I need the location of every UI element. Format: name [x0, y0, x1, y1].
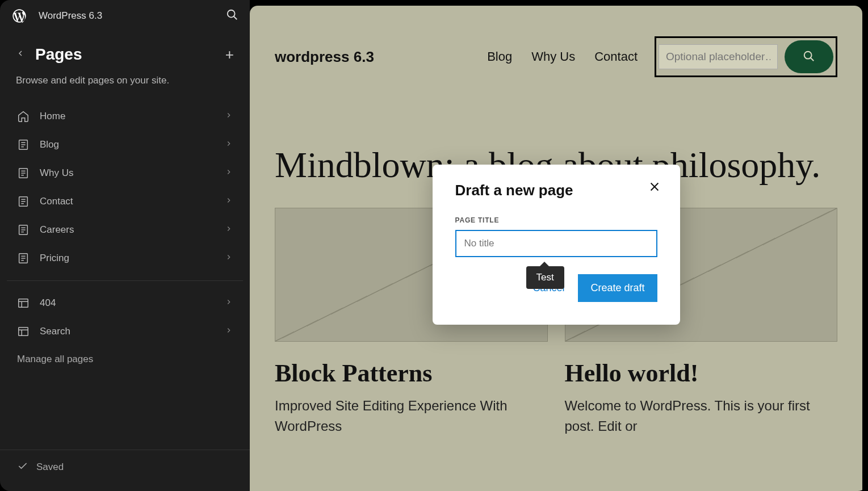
sidebar-item-label: Search [40, 326, 225, 337]
sidebar-item-search[interactable]: Search [7, 317, 243, 346]
modal-actions: Test Cancel Create draft [455, 274, 657, 302]
svg-line-1 [234, 16, 237, 20]
page-icon [17, 167, 30, 179]
svg-rect-22 [19, 299, 28, 308]
sidebar-item-404[interactable]: 404 [7, 289, 243, 317]
modal-overlay: Draft a new page PAGE TITLE Test Cancel … [250, 6, 862, 491]
check-icon [17, 460, 28, 474]
sidebar-item-label: Contact [40, 196, 225, 207]
section-title: Pages [35, 45, 82, 64]
sidebar: WordPress 6.3 Pages + Browse and edit pa… [0, 0, 250, 491]
chevron-right-icon [225, 225, 233, 235]
svg-point-0 [228, 10, 235, 18]
search-icon[interactable] [226, 9, 238, 23]
create-draft-button[interactable]: Create draft [578, 274, 657, 302]
page-icon [17, 224, 30, 236]
layout-icon [17, 325, 30, 338]
preview-wrapper: wordpress 6.3 Blog Why Us Contact Mindbl… [250, 0, 868, 491]
page-title-input[interactable] [455, 230, 657, 257]
sidebar-item-label: Pricing [40, 253, 225, 264]
close-icon[interactable] [648, 181, 661, 195]
page-icon [17, 195, 30, 208]
sidebar-item-pricing[interactable]: Pricing [7, 244, 243, 272]
sidebar-header: WordPress 6.3 [0, 0, 250, 32]
sidebar-item-blog[interactable]: Blog [7, 131, 243, 159]
sidebar-item-label: Blog [40, 139, 225, 150]
svg-rect-25 [19, 328, 28, 336]
chevron-right-icon [225, 298, 233, 308]
home-icon [17, 110, 30, 123]
page-title-label: PAGE TITLE [455, 216, 657, 224]
sidebar-section-header: Pages + [0, 32, 250, 72]
add-page-button[interactable]: + [225, 46, 234, 64]
page-list: Home Blog Why Us Contact Careers [0, 102, 250, 346]
chevron-right-icon [225, 326, 233, 337]
chevron-right-icon [225, 196, 233, 207]
sidebar-item-careers[interactable]: Careers [7, 216, 243, 244]
sidebar-item-label: 404 [40, 297, 225, 309]
tooltip: Test [526, 266, 564, 289]
modal-title: Draft a new page [455, 182, 657, 199]
chevron-right-icon [225, 140, 233, 150]
back-icon[interactable] [16, 49, 25, 60]
sidebar-item-home[interactable]: Home [7, 102, 243, 131]
wordpress-logo-icon[interactable] [11, 8, 27, 24]
sidebar-footer: Saved [0, 450, 250, 491]
draft-page-modal: Draft a new page PAGE TITLE Test Cancel … [433, 165, 680, 325]
divider [7, 280, 243, 281]
section-description: Browse and edit pages on your site. [0, 72, 250, 102]
chevron-right-icon [225, 111, 233, 121]
manage-all-pages-link[interactable]: Manage all pages [0, 346, 250, 373]
sidebar-item-why-us[interactable]: Why Us [7, 159, 243, 187]
layout-icon [17, 297, 30, 309]
app-title: WordPress 6.3 [39, 10, 102, 22]
sidebar-item-label: Home [40, 111, 225, 122]
sidebar-item-label: Careers [40, 224, 225, 236]
sidebar-item-label: Why Us [40, 167, 225, 179]
saved-status: Saved [36, 461, 64, 473]
chevron-right-icon [225, 168, 233, 178]
site-preview: wordpress 6.3 Blog Why Us Contact Mindbl… [250, 6, 862, 491]
chevron-right-icon [225, 253, 233, 263]
page-icon [17, 139, 30, 151]
sidebar-item-contact[interactable]: Contact [7, 187, 243, 216]
page-icon [17, 252, 30, 265]
